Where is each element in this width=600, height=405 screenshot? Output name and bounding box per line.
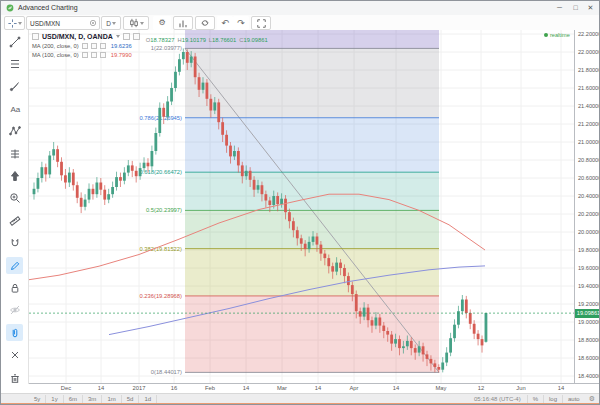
prediction-tool[interactable] [6, 145, 23, 162]
indicator-legend-row[interactable]: MA (100, close, 0)19.7990 [32, 50, 268, 59]
time-tick-label: 16 [171, 385, 177, 391]
magnet-icon [9, 237, 21, 249]
close-button[interactable]: ✕ [583, 2, 598, 13]
ohlc-value: 18.76601 [212, 37, 236, 43]
realtime-label: realtime [550, 32, 570, 38]
svg-text:Aa: Aa [10, 105, 20, 114]
symbol-menu-icon[interactable] [89, 19, 97, 27]
redo-icon: ↷ [237, 18, 245, 28]
indicator-control-icon[interactable] [100, 52, 106, 58]
axis-settings-gear-icon[interactable]: ⚙ [585, 395, 599, 403]
indicator-control-icon[interactable] [100, 43, 106, 49]
window-title: Advanced Charting [18, 4, 78, 11]
symbol-value: USD/MXN [27, 20, 88, 27]
fib-bands [185, 30, 439, 372]
time-tick-label: 12 [478, 385, 484, 391]
time-tick-label: May [436, 385, 447, 391]
measure-tool[interactable] [6, 212, 23, 229]
zoom-in-icon [9, 192, 21, 204]
price-tick-label: 19.00000 [578, 319, 600, 325]
minimize-button[interactable]: ─ [552, 2, 567, 13]
price-tick-label: 19.20000 [578, 301, 600, 307]
indicator-control-icon[interactable] [91, 52, 97, 58]
brush-tool[interactable] [6, 78, 23, 95]
measure-icon [9, 215, 21, 227]
remove-x-icon [9, 349, 21, 361]
text-tool[interactable]: Aa [6, 100, 23, 117]
time-tick-label: 14 [98, 385, 104, 391]
price-tick-label: 18.60000 [578, 355, 600, 361]
interval-selector[interactable]: D [101, 16, 121, 30]
ohlc-value: 19.10179 [182, 37, 206, 43]
fib-label: 0.618(20.66472) [139, 169, 182, 175]
legend-symbol-title[interactable]: USD/MXN, D, OANDA [42, 33, 113, 40]
prediction-icon [9, 148, 21, 160]
indicator-value: 19.6236 [111, 43, 132, 49]
price-tick-label: 22.20000 [578, 31, 600, 37]
price-tick-label: 21.80000 [578, 67, 600, 73]
time-axis[interactable]: Dec14201716Feb14Mar14Apr14May12Jun14 [1, 384, 600, 393]
last-price-tag: 19.09861 [575, 309, 600, 318]
app-window: Advanced Charting ─ □ ✕ USD/MXN D ⚙ [0, 0, 600, 405]
ohlc-values: O18.78327H19.10179L18.76601C19.09861 [143, 28, 268, 46]
top-toolbar: USD/MXN D ⚙ ↶ ↷ [1, 15, 599, 31]
trend-line-tool[interactable] [6, 33, 23, 50]
crosshair-tool-button[interactable] [4, 16, 25, 30]
undo-icon: ↶ [221, 18, 229, 28]
ohlc-value: 19.09861 [243, 37, 267, 43]
price-tick-label: 20.60000 [578, 175, 600, 181]
drawing-tool-rail: Aa [1, 30, 29, 393]
magnet-tool[interactable] [6, 235, 23, 252]
time-tick-label: Jun [516, 385, 525, 391]
legend-settings-icon[interactable] [133, 33, 140, 40]
indicator-label: MA (100, close, 0) [32, 52, 79, 58]
pin-drawing-tool[interactable] [6, 324, 23, 341]
drawing-mode-tool[interactable] [6, 257, 23, 274]
symbol-input[interactable]: USD/MXN [26, 16, 100, 30]
price-tick-label: 20.40000 [578, 193, 600, 199]
maximize-button[interactable]: □ [568, 2, 583, 13]
zoom-in-tool[interactable] [6, 190, 23, 207]
time-tick-label: 14 [393, 385, 399, 391]
clock-label: 05:16:48 (UTC-4) [468, 396, 527, 402]
price-tick-label: 20.20000 [578, 211, 600, 217]
crosshair-icon [8, 19, 17, 28]
indicator-control-icon[interactable] [82, 43, 88, 49]
xabcd-pattern-tool[interactable] [6, 123, 23, 140]
legend-collapse-icon[interactable] [32, 33, 39, 40]
price-tick-label: 21.20000 [578, 121, 600, 127]
interval-caret [112, 22, 116, 25]
settings-gear-icon: ⚙ [158, 18, 165, 28]
app-logo-icon [6, 4, 14, 12]
remove-drawings-tool[interactable] [6, 347, 23, 364]
indicator-control-icon[interactable] [91, 43, 97, 49]
lock-all-tool[interactable] [6, 279, 23, 296]
indicator-control-icon[interactable] [82, 52, 88, 58]
price-axis[interactable]: 22.2000022.0000021.8000021.6000021.40000… [574, 30, 600, 383]
fib-label: 0.236(19.28968) [139, 293, 182, 299]
arrow-up-icon [9, 170, 21, 182]
trash-icon [9, 372, 21, 384]
fib-label: 0(18.44017) [151, 369, 182, 375]
time-tick-label: 14 [243, 385, 249, 391]
candlestick-style-icon [129, 18, 139, 28]
title-bar: Advanced Charting ─ □ ✕ [1, 1, 599, 16]
chart-plot-area[interactable]: 1(22.03977)0.786(21.26945)0.618(20.66472… [29, 30, 574, 383]
eye-crossed-icon [9, 304, 21, 316]
crosshair-dropdown-caret[interactable] [18, 22, 22, 25]
lock-icon [9, 282, 21, 294]
indicators-icon [178, 19, 188, 28]
fib-retracement-tool[interactable] [6, 55, 23, 72]
price-tick-label: 22.00000 [578, 49, 600, 55]
time-tick-label: 14 [315, 385, 321, 391]
price-chart-svg: 1(22.03977)0.786(21.26945)0.618(20.66472… [29, 30, 574, 383]
hide-all-tool[interactable] [6, 302, 23, 319]
arrow-marker-tool[interactable] [6, 167, 23, 184]
legend-caret-icon[interactable] [116, 35, 120, 38]
price-tick-label: 20.00000 [578, 229, 600, 235]
legend-eye-icon[interactable] [123, 33, 130, 40]
xabcd-icon [9, 125, 21, 137]
time-tick-label: 2017 [133, 385, 146, 391]
price-tick-label: 18.40000 [578, 373, 600, 379]
brush-icon [9, 80, 21, 92]
